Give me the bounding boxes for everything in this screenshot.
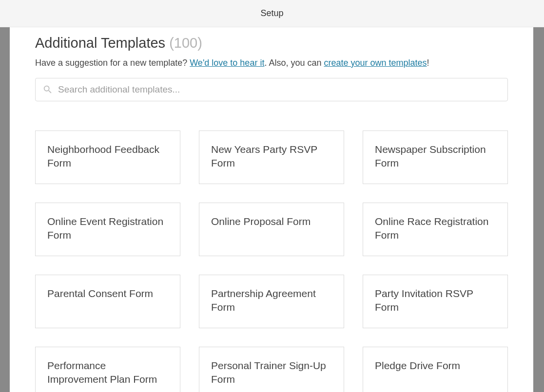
template-card[interactable]: Personal Trainer Sign-Up Form bbox=[199, 347, 344, 392]
template-card[interactable]: New Years Party RSVP Form bbox=[199, 131, 344, 184]
heading-count: (100) bbox=[169, 35, 202, 51]
template-card[interactable]: Parental Consent Form bbox=[35, 275, 180, 328]
page-heading: Additional Templates (100) bbox=[35, 35, 508, 51]
suggestion-link[interactable]: We'd love to hear it bbox=[190, 58, 264, 68]
template-name: Party Invitation RSVP Form bbox=[375, 287, 496, 315]
outer-row: Additional Templates (100) Have a sugges… bbox=[0, 27, 544, 392]
template-name: Online Race Registration Form bbox=[375, 215, 496, 243]
template-card[interactable]: Performance Improvement Plan Form bbox=[35, 347, 180, 392]
search-icon bbox=[42, 84, 53, 95]
description-suffix: ! bbox=[427, 58, 429, 68]
template-card[interactable]: Newspaper Subscription Form bbox=[363, 131, 508, 184]
template-card[interactable]: Online Race Registration Form bbox=[363, 203, 508, 256]
template-name: Personal Trainer Sign-Up Form bbox=[211, 359, 332, 387]
template-name: Parental Consent Form bbox=[47, 287, 153, 300]
template-name: Performance Improvement Plan Form bbox=[47, 359, 168, 387]
description-prefix: Have a suggestion for a new template? bbox=[35, 58, 190, 68]
template-card[interactable]: Party Invitation RSVP Form bbox=[363, 275, 508, 328]
template-card[interactable]: Pledge Drive Form bbox=[363, 347, 508, 392]
template-card[interactable]: Neighborhood Feedback Form bbox=[35, 131, 180, 184]
template-card[interactable]: Online Proposal Form bbox=[199, 203, 344, 256]
template-name: Partnership Agreement Form bbox=[211, 287, 332, 315]
create-own-link[interactable]: create your own templates bbox=[324, 58, 427, 68]
side-right-gutter bbox=[533, 27, 544, 392]
template-card[interactable]: Partnership Agreement Form bbox=[199, 275, 344, 328]
template-name: New Years Party RSVP Form bbox=[211, 143, 332, 170]
template-name: Online Proposal Form bbox=[211, 215, 311, 228]
content-header: Additional Templates (100) Have a sugges… bbox=[10, 27, 533, 106]
template-name: Pledge Drive Form bbox=[375, 359, 460, 373]
search-box[interactable] bbox=[35, 78, 508, 101]
template-card[interactable]: Online Event Registration Form bbox=[35, 203, 180, 256]
templates-grid: Neighborhood Feedback FormNew Years Part… bbox=[35, 106, 508, 392]
content-wrapper: Additional Templates (100) Have a sugges… bbox=[10, 27, 533, 392]
template-name: Neighborhood Feedback Form bbox=[47, 143, 168, 170]
description-text: Have a suggestion for a new template? We… bbox=[35, 58, 508, 68]
template-name: Online Event Registration Form bbox=[47, 215, 168, 243]
setup-title: Setup bbox=[260, 8, 283, 19]
scroll-area[interactable]: Neighborhood Feedback FormNew Years Part… bbox=[10, 106, 533, 392]
description-middle: . Also, you can bbox=[264, 58, 324, 68]
template-name: Newspaper Subscription Form bbox=[375, 143, 496, 170]
search-input[interactable] bbox=[58, 84, 501, 95]
side-left-gutter bbox=[0, 27, 10, 392]
topbar: Setup bbox=[0, 0, 544, 27]
heading-title: Additional Templates bbox=[35, 35, 165, 51]
